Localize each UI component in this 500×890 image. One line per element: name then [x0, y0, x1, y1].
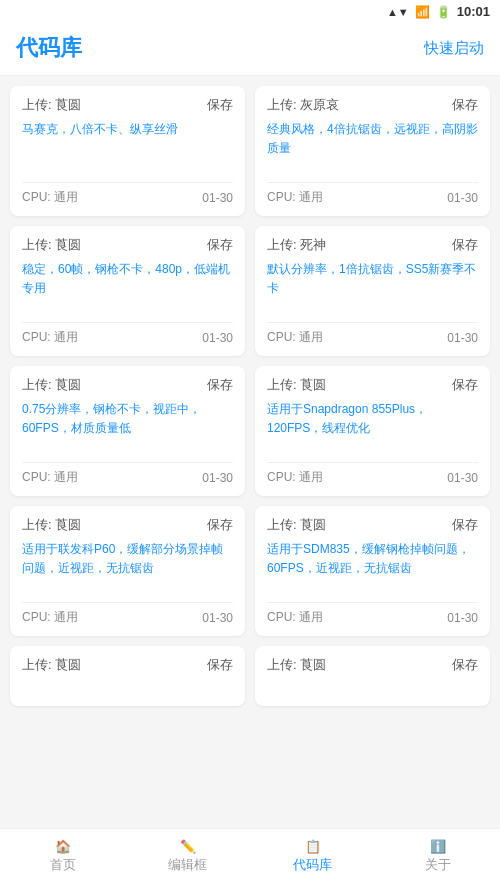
page-title: 代码库: [16, 33, 82, 63]
card-item: 上传: 莨圆 保存 适用于Snapdragon 855Plus，120FPS，线…: [255, 366, 490, 496]
card-footer: CPU: 通用 01-30: [22, 182, 233, 206]
card-list: 上传: 莨圆 保存 马赛克，八倍不卡、纵享丝滑 CPU: 通用 01-30 上传…: [0, 76, 500, 786]
card-range: 01-30: [202, 191, 233, 205]
card-header: 上传: 死神 保存: [267, 236, 478, 254]
card-description: 经典风格，4倍抗锯齿，远视距，高阴影质量: [267, 120, 478, 174]
card-footer: CPU: 通用 01-30: [267, 602, 478, 626]
card-footer: CPU: 通用 01-30: [22, 462, 233, 486]
time-display: 10:01: [457, 4, 490, 19]
header: 代码库 快速启动: [0, 23, 500, 76]
card-footer: CPU: 通用 01-30: [267, 182, 478, 206]
card-save-button[interactable]: 保存: [207, 376, 233, 394]
card-uploader: 上传: 莨圆: [267, 656, 326, 674]
card-cpu: CPU: 通用: [22, 469, 78, 486]
card-cpu: CPU: 通用: [22, 609, 78, 626]
card-footer: CPU: 通用 01-30: [22, 322, 233, 346]
status-bar: ▲▼ 📶 🔋 10:01: [0, 0, 500, 23]
card-uploader: 上传: 莨圆: [22, 96, 81, 114]
card-cpu: CPU: 通用: [267, 189, 323, 206]
card-header: 上传: 莨圆 保存: [22, 516, 233, 534]
card-range: 01-30: [447, 471, 478, 485]
card-item-partial: 上传: 莨圆 保存: [255, 646, 490, 706]
signal-icon: ▲▼: [387, 6, 409, 18]
card-header: 上传: 灰原哀 保存: [267, 96, 478, 114]
card-cpu: CPU: 通用: [267, 609, 323, 626]
card-uploader: 上传: 莨圆: [267, 376, 326, 394]
card-item: 上传: 莨圆 保存 稳定，60帧，钢枪不卡，480p，低端机专用 CPU: 通用…: [10, 226, 245, 356]
card-uploader: 上传: 莨圆: [22, 516, 81, 534]
card-item: 上传: 莨圆 保存 适用于SDM835，缓解钢枪掉帧问题，60FPS，近视距，无…: [255, 506, 490, 636]
card-save-button[interactable]: 保存: [452, 236, 478, 254]
card-range: 01-30: [202, 611, 233, 625]
card-header: 上传: 莨圆 保存: [22, 376, 233, 394]
card-description: 默认分辨率，1倍抗锯齿，SS5新赛季不卡: [267, 260, 478, 314]
about-icon: ℹ️: [430, 839, 446, 854]
card-item: 上传: 死神 保存 默认分辨率，1倍抗锯齿，SS5新赛季不卡 CPU: 通用 0…: [255, 226, 490, 356]
card-description: 适用于Snapdragon 855Plus，120FPS，线程优化: [267, 400, 478, 454]
card-uploader: 上传: 死神: [267, 236, 326, 254]
card-cpu: CPU: 通用: [267, 329, 323, 346]
nav-home-label: 首页: [50, 856, 76, 874]
card-item: 上传: 灰原哀 保存 经典风格，4倍抗锯齿，远视距，高阴影质量 CPU: 通用 …: [255, 86, 490, 216]
card-description: 稳定，60帧，钢枪不卡，480p，低端机专用: [22, 260, 233, 314]
card-description: 0.75分辨率，钢枪不卡，视距中，60FPS，材质质量低: [22, 400, 233, 454]
card-footer: CPU: 通用 01-30: [267, 322, 478, 346]
card-uploader: 上传: 莨圆: [22, 376, 81, 394]
card-grid: 上传: 莨圆 保存 马赛克，八倍不卡、纵享丝滑 CPU: 通用 01-30 上传…: [0, 76, 500, 646]
nav-codelib[interactable]: 📋 代码库: [250, 839, 375, 874]
card-uploader: 上传: 莨圆: [267, 516, 326, 534]
card-cpu: CPU: 通用: [267, 469, 323, 486]
card-header: 上传: 莨圆 保存: [267, 656, 478, 674]
card-footer: CPU: 通用 01-30: [267, 462, 478, 486]
battery-icon: 🔋: [436, 5, 451, 19]
home-icon: 🏠: [55, 839, 71, 854]
card-item: 上传: 莨圆 保存 0.75分辨率，钢枪不卡，视距中，60FPS，材质质量低 C…: [10, 366, 245, 496]
card-description: 适用于联发科P60，缓解部分场景掉帧问题，近视距，无抗锯齿: [22, 540, 233, 594]
card-header: 上传: 莨圆 保存: [22, 656, 233, 674]
card-save-button[interactable]: 保存: [452, 656, 478, 674]
wifi-icon: 📶: [415, 5, 430, 19]
card-cpu: CPU: 通用: [22, 329, 78, 346]
card-header: 上传: 莨圆 保存: [267, 376, 478, 394]
card-item: 上传: 莨圆 保存 马赛克，八倍不卡、纵享丝滑 CPU: 通用 01-30: [10, 86, 245, 216]
card-range: 01-30: [447, 331, 478, 345]
card-save-button[interactable]: 保存: [207, 236, 233, 254]
card-item: 上传: 莨圆 保存 适用于联发科P60，缓解部分场景掉帧问题，近视距，无抗锯齿 …: [10, 506, 245, 636]
nav-editor-label: 编辑框: [168, 856, 207, 874]
card-footer: CPU: 通用 01-30: [22, 602, 233, 626]
card-description: 适用于SDM835，缓解钢枪掉帧问题，60FPS，近视距，无抗锯齿: [267, 540, 478, 594]
nav-home[interactable]: 🏠 首页: [0, 839, 125, 874]
nav-about[interactable]: ℹ️ 关于: [375, 839, 500, 874]
quick-start-button[interactable]: 快速启动: [424, 39, 484, 58]
card-uploader: 上传: 莨圆: [22, 236, 81, 254]
card-header: 上传: 莨圆 保存: [22, 96, 233, 114]
card-range: 01-30: [202, 471, 233, 485]
card-header: 上传: 莨圆 保存: [267, 516, 478, 534]
card-save-button[interactable]: 保存: [452, 96, 478, 114]
nav-editor[interactable]: ✏️ 编辑框: [125, 839, 250, 874]
card-save-button[interactable]: 保存: [452, 516, 478, 534]
card-header: 上传: 莨圆 保存: [22, 236, 233, 254]
card-range: 01-30: [447, 611, 478, 625]
nav-codelib-label: 代码库: [293, 856, 332, 874]
card-cpu: CPU: 通用: [22, 189, 78, 206]
card-save-button[interactable]: 保存: [207, 656, 233, 674]
code-icon: 📋: [305, 839, 321, 854]
editor-icon: ✏️: [180, 839, 196, 854]
card-uploader: 上传: 灰原哀: [267, 96, 339, 114]
card-description: 马赛克，八倍不卡、纵享丝滑: [22, 120, 233, 174]
card-range: 01-30: [202, 331, 233, 345]
bottom-nav: 🏠 首页 ✏️ 编辑框 📋 代码库 ℹ️ 关于: [0, 828, 500, 890]
last-card-row: 上传: 莨圆 保存 上传: 莨圆 保存: [0, 646, 500, 716]
card-save-button[interactable]: 保存: [207, 96, 233, 114]
card-save-button[interactable]: 保存: [452, 376, 478, 394]
card-item-partial: 上传: 莨圆 保存: [10, 646, 245, 706]
card-save-button[interactable]: 保存: [207, 516, 233, 534]
card-range: 01-30: [447, 191, 478, 205]
card-uploader: 上传: 莨圆: [22, 656, 81, 674]
nav-about-label: 关于: [425, 856, 451, 874]
